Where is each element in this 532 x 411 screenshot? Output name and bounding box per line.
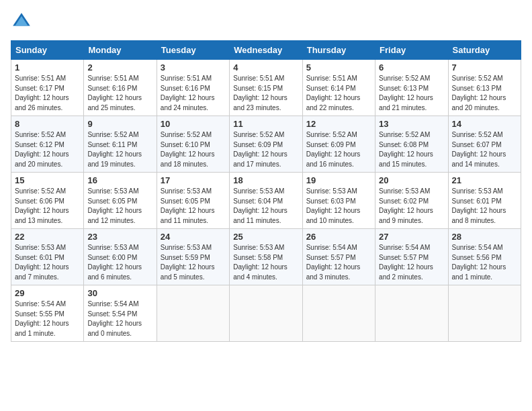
weekday-header-wednesday: Wednesday (230, 41, 302, 60)
day-info: Sunrise: 5:53 AMSunset: 6:03 PMDaylight:… (306, 187, 361, 224)
calendar-cell (375, 285, 448, 342)
day-number: 12 (306, 119, 371, 129)
calendar-cell: 25Sunrise: 5:53 AMSunset: 5:58 PMDayligh… (230, 229, 302, 285)
day-number: 11 (233, 119, 298, 129)
day-info: Sunrise: 5:52 AMSunset: 6:12 PMDaylight:… (15, 131, 69, 168)
day-info: Sunrise: 5:53 AMSunset: 6:02 PMDaylight:… (379, 187, 433, 224)
weekday-header-row: SundayMondayTuesdayWednesdayThursdayFrid… (11, 41, 521, 60)
calendar-week-3: 15Sunrise: 5:52 AMSunset: 6:06 PMDayligh… (11, 173, 521, 229)
calendar-cell: 3Sunrise: 5:51 AMSunset: 6:16 PMDaylight… (157, 60, 229, 116)
calendar-cell: 14Sunrise: 5:52 AMSunset: 6:07 PMDayligh… (448, 116, 521, 173)
day-number: 9 (87, 119, 152, 129)
day-number: 28 (452, 232, 517, 242)
calendar-cell: 5Sunrise: 5:51 AMSunset: 6:14 PMDaylight… (302, 60, 375, 116)
weekday-header-monday: Monday (84, 41, 157, 60)
calendar-cell: 17Sunrise: 5:53 AMSunset: 6:05 PMDayligh… (157, 173, 229, 229)
day-number: 15 (15, 175, 80, 185)
day-number: 16 (87, 175, 152, 185)
weekday-header-friday: Friday (375, 41, 448, 60)
day-info: Sunrise: 5:53 AMSunset: 6:05 PMDaylight:… (87, 187, 142, 224)
calendar-cell: 1Sunrise: 5:51 AMSunset: 6:17 PMDaylight… (11, 60, 84, 116)
day-info: Sunrise: 5:52 AMSunset: 6:09 PMDaylight:… (233, 131, 287, 168)
day-info: Sunrise: 5:53 AMSunset: 6:04 PMDaylight:… (233, 187, 287, 224)
day-info: Sunrise: 5:53 AMSunset: 6:01 PMDaylight:… (452, 187, 506, 224)
calendar-cell: 19Sunrise: 5:53 AMSunset: 6:03 PMDayligh… (302, 173, 375, 229)
day-info: Sunrise: 5:54 AMSunset: 5:56 PMDaylight:… (452, 244, 506, 281)
calendar-week-1: 1Sunrise: 5:51 AMSunset: 6:17 PMDaylight… (11, 60, 521, 116)
day-info: Sunrise: 5:54 AMSunset: 5:54 PMDaylight:… (87, 300, 142, 337)
calendar-cell: 15Sunrise: 5:52 AMSunset: 6:06 PMDayligh… (11, 173, 84, 229)
calendar-cell: 6Sunrise: 5:52 AMSunset: 6:13 PMDaylight… (375, 60, 448, 116)
day-number: 1 (15, 62, 80, 73)
day-number: 4 (233, 62, 298, 73)
calendar-cell: 11Sunrise: 5:52 AMSunset: 6:09 PMDayligh… (230, 116, 302, 173)
calendar-cell: 4Sunrise: 5:51 AMSunset: 6:15 PMDaylight… (230, 60, 302, 116)
day-info: Sunrise: 5:53 AMSunset: 6:00 PMDaylight:… (87, 244, 142, 281)
calendar-cell: 10Sunrise: 5:52 AMSunset: 6:10 PMDayligh… (157, 116, 229, 173)
day-info: Sunrise: 5:53 AMSunset: 5:58 PMDaylight:… (233, 244, 287, 281)
calendar-week-2: 8Sunrise: 5:52 AMSunset: 6:12 PMDaylight… (11, 116, 521, 173)
weekday-header-saturday: Saturday (448, 41, 521, 60)
day-info: Sunrise: 5:54 AMSunset: 5:57 PMDaylight:… (379, 244, 433, 281)
day-number: 6 (379, 62, 444, 73)
calendar-cell (302, 285, 375, 342)
day-info: Sunrise: 5:52 AMSunset: 6:13 PMDaylight:… (379, 75, 433, 111)
day-info: Sunrise: 5:52 AMSunset: 6:09 PMDaylight:… (306, 131, 361, 168)
day-number: 21 (452, 175, 517, 185)
calendar-cell: 20Sunrise: 5:53 AMSunset: 6:02 PMDayligh… (375, 173, 448, 229)
day-number: 14 (452, 119, 517, 129)
calendar-cell: 12Sunrise: 5:52 AMSunset: 6:09 PMDayligh… (302, 116, 375, 173)
day-info: Sunrise: 5:52 AMSunset: 6:08 PMDaylight:… (379, 131, 433, 168)
calendar-cell: 18Sunrise: 5:53 AMSunset: 6:04 PMDayligh… (230, 173, 302, 229)
day-number: 7 (452, 62, 517, 73)
calendar-cell: 9Sunrise: 5:52 AMSunset: 6:11 PMDaylight… (84, 116, 157, 173)
day-info: Sunrise: 5:53 AMSunset: 6:01 PMDaylight:… (15, 244, 69, 281)
calendar-cell: 16Sunrise: 5:53 AMSunset: 6:05 PMDayligh… (84, 173, 157, 229)
calendar-cell: 21Sunrise: 5:53 AMSunset: 6:01 PMDayligh… (448, 173, 521, 229)
day-number: 26 (306, 232, 371, 242)
day-number: 27 (379, 232, 444, 242)
weekday-header-sunday: Sunday (11, 41, 84, 60)
page-header (11, 11, 521, 32)
weekday-header-thursday: Thursday (302, 41, 375, 60)
day-info: Sunrise: 5:51 AMSunset: 6:15 PMDaylight:… (233, 75, 287, 111)
day-number: 19 (306, 175, 371, 185)
day-info: Sunrise: 5:53 AMSunset: 6:05 PMDaylight:… (161, 187, 215, 224)
calendar-cell: 27Sunrise: 5:54 AMSunset: 5:57 PMDayligh… (375, 229, 448, 285)
day-number: 25 (233, 232, 298, 242)
day-number: 18 (233, 175, 298, 185)
calendar-cell: 2Sunrise: 5:51 AMSunset: 6:16 PMDaylight… (84, 60, 157, 116)
calendar-table: SundayMondayTuesdayWednesdayThursdayFrid… (11, 40, 521, 342)
calendar-cell: 24Sunrise: 5:53 AMSunset: 5:59 PMDayligh… (157, 229, 229, 285)
calendar-week-4: 22Sunrise: 5:53 AMSunset: 6:01 PMDayligh… (11, 229, 521, 285)
calendar-cell: 22Sunrise: 5:53 AMSunset: 6:01 PMDayligh… (11, 229, 84, 285)
calendar-cell: 23Sunrise: 5:53 AMSunset: 6:00 PMDayligh… (84, 229, 157, 285)
day-number: 22 (15, 232, 80, 242)
day-number: 29 (15, 288, 80, 298)
day-info: Sunrise: 5:54 AMSunset: 5:57 PMDaylight:… (306, 244, 361, 281)
calendar-cell: 8Sunrise: 5:52 AMSunset: 6:12 PMDaylight… (11, 116, 84, 173)
day-number: 17 (161, 175, 226, 185)
day-number: 5 (306, 62, 371, 73)
calendar-cell: 13Sunrise: 5:52 AMSunset: 6:08 PMDayligh… (375, 116, 448, 173)
calendar-week-5: 29Sunrise: 5:54 AMSunset: 5:55 PMDayligh… (11, 285, 521, 342)
day-info: Sunrise: 5:52 AMSunset: 6:13 PMDaylight:… (452, 75, 506, 111)
calendar-cell: 29Sunrise: 5:54 AMSunset: 5:55 PMDayligh… (11, 285, 84, 342)
calendar-cell (448, 285, 521, 342)
day-info: Sunrise: 5:53 AMSunset: 5:59 PMDaylight:… (161, 244, 215, 281)
weekday-header-tuesday: Tuesday (157, 41, 229, 60)
day-number: 20 (379, 175, 444, 185)
calendar-cell (230, 285, 302, 342)
day-info: Sunrise: 5:52 AMSunset: 6:06 PMDaylight:… (15, 187, 69, 224)
calendar-cell: 28Sunrise: 5:54 AMSunset: 5:56 PMDayligh… (448, 229, 521, 285)
day-info: Sunrise: 5:52 AMSunset: 6:07 PMDaylight:… (452, 131, 506, 168)
day-number: 8 (15, 119, 80, 129)
calendar-cell: 7Sunrise: 5:52 AMSunset: 6:13 PMDaylight… (448, 60, 521, 116)
day-number: 2 (87, 62, 152, 73)
day-number: 30 (87, 288, 152, 298)
day-info: Sunrise: 5:51 AMSunset: 6:14 PMDaylight:… (306, 75, 361, 111)
day-number: 3 (161, 62, 226, 73)
day-number: 10 (161, 119, 226, 129)
logo (11, 11, 35, 32)
calendar-cell: 26Sunrise: 5:54 AMSunset: 5:57 PMDayligh… (302, 229, 375, 285)
